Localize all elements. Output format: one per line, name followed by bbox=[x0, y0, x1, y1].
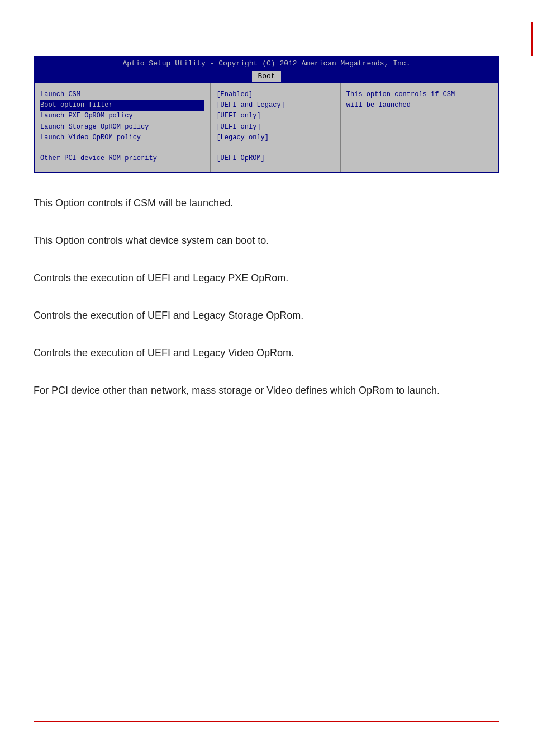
bios-header: Aptio Setup Utility - Copyright (C) 2012… bbox=[35, 57, 498, 70]
description-section: This Option controls if CSM will be laun… bbox=[34, 196, 499, 398]
bios-value-other-pci: [UEFI OpROM] bbox=[216, 153, 334, 164]
top-accent-bar bbox=[531, 22, 533, 56]
bios-value-boot-option-filter: [UEFI and Legacy] bbox=[216, 100, 334, 111]
bios-item-launch-video[interactable]: Launch Video OpROM policy bbox=[40, 133, 204, 143]
bios-value-pxe: [UEFI only] bbox=[216, 111, 334, 121]
desc-storage: Controls the execution of UEFI and Legac… bbox=[34, 308, 499, 323]
main-container: Aptio Setup Utility - Copyright (C) 2012… bbox=[0, 0, 533, 454]
desc-video: Controls the execution of UEFI and Legac… bbox=[34, 346, 499, 361]
bios-item-launch-pxe[interactable]: Launch PXE OpROM policy bbox=[40, 111, 204, 121]
desc-pxe: Controls the execution of UEFI and Legac… bbox=[34, 271, 499, 286]
desc-boot-option-filter: This Option controls what device system … bbox=[34, 233, 499, 248]
bios-tab-boot[interactable]: Boot bbox=[252, 71, 280, 82]
bios-content: Launch CSM Boot option filter Launch PXE… bbox=[35, 83, 498, 172]
desc-launch-csm: This Option controls if CSM will be laun… bbox=[34, 196, 499, 211]
bios-ui-box: Aptio Setup Utility - Copyright (C) 2012… bbox=[34, 56, 499, 173]
bios-value-video: [Legacy only] bbox=[216, 133, 334, 143]
desc-other-pci: For PCI device other than network, mass … bbox=[34, 383, 499, 398]
bios-values-col: [Enabled] [UEFI and Legacy] [UEFI only] … bbox=[211, 83, 340, 172]
bios-tabs: Boot bbox=[35, 70, 498, 83]
bios-item-other-pci[interactable]: Other PCI device ROM priority bbox=[40, 153, 204, 164]
bios-item-boot-option-filter[interactable]: Boot option filter bbox=[40, 100, 204, 111]
bios-value-launch-csm: [Enabled] bbox=[216, 89, 334, 100]
bios-menu-col: Launch CSM Boot option filter Launch PXE… bbox=[35, 83, 211, 172]
bios-help-col: This option controls if CSMwill be launc… bbox=[341, 83, 498, 172]
bottom-divider-line bbox=[34, 721, 499, 722]
bios-item-launch-csm[interactable]: Launch CSM bbox=[40, 89, 204, 100]
bios-value-storage: [UEFI only] bbox=[216, 122, 334, 133]
bios-help-text: This option controls if CSMwill be launc… bbox=[346, 89, 493, 111]
bios-item-launch-storage[interactable]: Launch Storage OpROM policy bbox=[40, 122, 204, 133]
